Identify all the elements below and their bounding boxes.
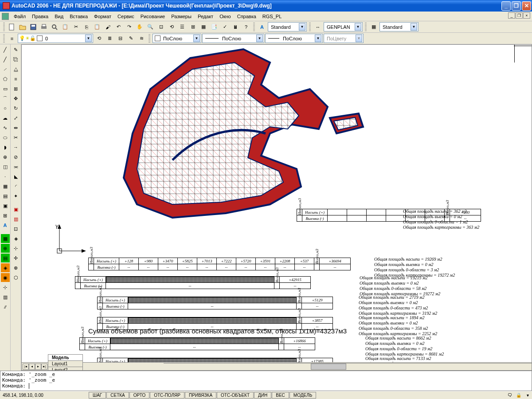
layerstate-button[interactable]: ≣: [105, 34, 114, 43]
join-icon[interactable]: ⫘: [12, 162, 20, 171]
polyline-icon[interactable]: ⟋: [1, 65, 10, 74]
rgsm5-icon[interactable]: ⊹: [12, 244, 20, 253]
rgsm4-icon[interactable]: ◈: [12, 234, 20, 243]
properties-button[interactable]: ☰: [177, 22, 187, 32]
minimize-button[interactable]: _: [501, 1, 511, 11]
layerprev-button[interactable]: ⟲: [94, 34, 104, 43]
pan-button[interactable]: ✋: [135, 22, 145, 32]
menu-формат[interactable]: Формат: [91, 13, 114, 20]
extend-icon[interactable]: →: [12, 143, 20, 152]
comm-icon[interactable]: 🗨: [505, 391, 514, 399]
xline-icon[interactable]: ╱: [1, 55, 10, 64]
tab-layout2[interactable]: Layout2: [48, 367, 83, 371]
designcenter-button[interactable]: ⊞: [188, 22, 198, 32]
tray-icon[interactable]: ▾: [523, 391, 532, 399]
rgs8-icon[interactable]: ⫽: [1, 302, 10, 311]
rgs6-icon[interactable]: ⊹: [1, 283, 10, 292]
toolbar-grip[interactable]: [3, 34, 5, 43]
rgsm6-icon[interactable]: ✢: [12, 254, 20, 262]
tab-first[interactable]: |◂: [23, 364, 29, 370]
rgsm2-icon[interactable]: ▥: [12, 215, 20, 223]
undo-button[interactable]: ↶: [113, 22, 123, 32]
toolbar-grip[interactable]: [149, 34, 150, 43]
line-icon[interactable]: ╱: [1, 45, 10, 54]
menu-справка[interactable]: Справка: [234, 13, 259, 20]
hatch-icon[interactable]: ▦: [1, 182, 10, 191]
tab-prev[interactable]: ◂: [29, 364, 35, 370]
zoom-button[interactable]: 🔍: [145, 22, 155, 32]
dimstyle-icon[interactable]: ↔: [313, 22, 323, 32]
trim-icon[interactable]: ✂: [12, 133, 20, 142]
layeriso-button[interactable]: ⊟: [115, 34, 125, 43]
sheetset-button[interactable]: 📑: [209, 22, 219, 32]
offset-icon[interactable]: ≡: [12, 74, 20, 83]
move-icon[interactable]: ✥: [12, 94, 20, 103]
status-МОДЕЛЬ[interactable]: МОДЕЛЬ: [289, 392, 316, 399]
close-button[interactable]: ✕: [522, 1, 531, 11]
explode-icon[interactable]: ✦: [12, 192, 20, 200]
menu-rgs_pl[interactable]: RGS_PL: [259, 13, 285, 20]
erase-icon[interactable]: ✎: [12, 45, 20, 54]
textstyle-combo[interactable]: Standard▼: [268, 22, 307, 31]
stretch-icon[interactable]: ⇹: [12, 123, 20, 132]
menu-вставка[interactable]: Вставка: [66, 13, 91, 20]
circle-icon[interactable]: ○: [1, 104, 10, 113]
break-icon[interactable]: ⊘: [12, 153, 20, 161]
copy-obj-icon[interactable]: ⿻: [12, 55, 20, 64]
save-button[interactable]: [28, 22, 38, 32]
status-СЕТКА[interactable]: СЕТКА: [106, 392, 129, 399]
menu-правка[interactable]: Правка: [29, 13, 51, 20]
mdi-restore[interactable]: ❐: [516, 12, 523, 19]
tab-next[interactable]: ▸: [35, 364, 41, 370]
dimstyle-combo[interactable]: GENPLAN▼: [324, 22, 363, 31]
help-button[interactable]: ?: [241, 22, 251, 32]
rgs5-icon[interactable]: ◉: [1, 273, 10, 282]
hscrollbar[interactable]: [164, 363, 532, 370]
publish-button[interactable]: 📋: [60, 22, 70, 32]
calc-button[interactable]: 🖩: [231, 22, 240, 32]
status-ОРТО[interactable]: ОРТО: [129, 392, 149, 399]
tablestyle-icon[interactable]: ▦: [369, 22, 379, 32]
mtext-icon[interactable]: A: [1, 221, 10, 230]
layer-combo[interactable]: 💡 ☀ 🔓 0 ▼: [18, 34, 93, 43]
ellipse-icon[interactable]: ⬭: [1, 133, 10, 142]
tab-last[interactable]: ▸|: [41, 364, 47, 370]
region-icon[interactable]: ▣: [1, 201, 10, 210]
color-combo[interactable]: ПоСлою▼: [153, 34, 201, 43]
rgs7-icon[interactable]: ▥: [1, 293, 10, 301]
drawing-canvas[interactable]: Y Итого,м3Насыпь (+)Всего,м3+280Выемка (…: [21, 44, 532, 371]
paste-button[interactable]: 📋: [92, 22, 102, 32]
rgsm1-icon[interactable]: ▣: [12, 205, 20, 214]
status-ШАГ[interactable]: ШАГ: [89, 392, 106, 399]
array-icon[interactable]: ⊞: [12, 84, 20, 93]
table-icon[interactable]: ⊞: [1, 211, 10, 220]
open-button[interactable]: [18, 22, 27, 32]
cut-button[interactable]: ✂: [71, 22, 81, 32]
polygon-icon[interactable]: ⬠: [1, 74, 10, 83]
coords-display[interactable]: 458.14, 198.10, 0.00: [0, 392, 89, 398]
textstyle-icon[interactable]: A: [257, 22, 267, 32]
command-window[interactable]: Команда: '_zoom _eКоманда: '_zoom _e Ком…: [0, 371, 532, 391]
rgsm3-icon[interactable]: ⊡: [12, 224, 20, 233]
new-button[interactable]: [7, 22, 17, 32]
lineweight-combo[interactable]: ПоСлою▼: [265, 34, 323, 43]
menu-файл[interactable]: Файл: [11, 13, 29, 20]
status-ДИН[interactable]: ДИН: [254, 392, 271, 399]
arc-icon[interactable]: ⌒: [1, 94, 10, 103]
status-ОТС-ОБЪЕКТ[interactable]: ОТС-ОБЪЕКТ: [217, 392, 254, 399]
maximize-button[interactable]: ❐: [512, 1, 521, 11]
rgs2-icon[interactable]: ⊕: [1, 244, 10, 253]
rgs4-icon[interactable]: ◈: [1, 263, 10, 272]
mdi-minimize[interactable]: _: [508, 12, 515, 19]
zoom-window-button[interactable]: ⊡: [156, 22, 166, 32]
scale-icon[interactable]: ⤢: [12, 113, 20, 122]
revcloud-icon[interactable]: ☁: [1, 113, 10, 122]
status-ВЕС[interactable]: ВЕС: [272, 392, 289, 399]
linetype-combo[interactable]: ПоСлою▼: [202, 34, 264, 43]
toolbar-grip[interactable]: [309, 23, 311, 31]
block-icon[interactable]: ◫: [1, 162, 10, 171]
preview-button[interactable]: [50, 22, 59, 32]
rgs3-icon[interactable]: ▤: [1, 254, 10, 262]
zoom-prev-button[interactable]: ⟲: [167, 22, 176, 32]
status-ПРИВЯЗКА[interactable]: ПРИВЯЗКА: [185, 392, 216, 399]
